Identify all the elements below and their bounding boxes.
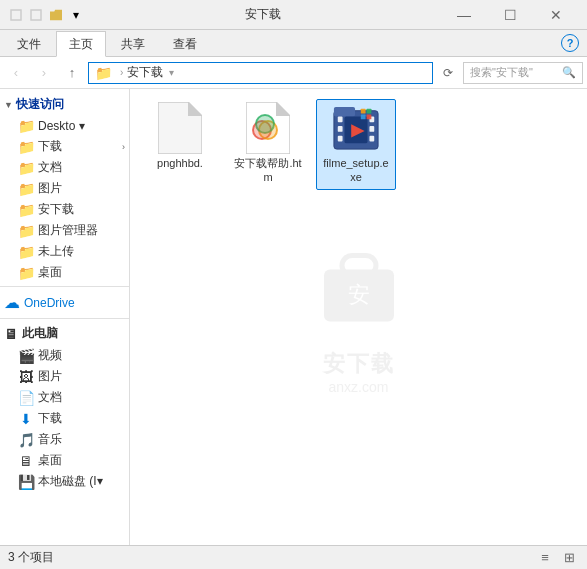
file-label-exe: filme_setup.exe [321,156,391,185]
refresh-button[interactable]: ⟳ [437,62,459,84]
titlebar: ▾ 安下载 — ☐ ✕ [0,0,587,30]
tab-home[interactable]: 主页 [56,31,106,57]
downloads-folder-icon: 📁 [18,139,34,155]
thispc-label: 此电脑 [22,325,58,342]
ribbon: 文件 主页 共享 查看 ? [0,30,587,57]
quick-access-label: 快速访问 [16,96,64,113]
sidebar: ▼ 快速访问 📁 Deskto ▾ 📁 下载 › 📁 文档 📁 图片 📁 安下载… [0,89,130,545]
svg-rect-16 [334,107,355,117]
documents-folder-icon: 📁 [18,160,34,176]
files-grid: pnghhbd. 安下载帮 [140,99,577,190]
sidebar-item-anzaiload-label: 安下载 [38,201,74,218]
anzaiload-folder-icon: 📁 [18,202,34,218]
sidebar-item-desktop[interactable]: 📁 Deskto ▾ [0,116,129,136]
watermark-text: 安下载 [323,349,395,379]
music-icon: 🎵 [18,432,34,448]
address-separator: › [120,67,123,78]
svg-rect-18 [338,126,343,132]
svg-rect-28 [367,115,372,120]
photosmgr-folder-icon: 📁 [18,223,34,239]
search-box[interactable]: 搜索"安下载" 🔍 [463,62,583,84]
sidebar-item-documents[interactable]: 📁 文档 [0,157,129,178]
sidebar-item-music[interactable]: 🎵 音乐 [0,429,129,450]
sidebar-item-documents-label: 文档 [38,159,62,176]
svg-rect-0 [11,10,21,20]
tab-view[interactable]: 查看 [160,31,210,56]
sidebar-item-desktop2-label: 桌面 [38,264,62,281]
onedrive-label: OneDrive [24,296,75,310]
sidebar-item-documents2[interactable]: 📄 文档 [0,387,129,408]
file-icon-pnghhbd [156,104,204,152]
statusbar: 3 个项目 ≡ ⊞ [0,545,587,569]
titlebar-icon-2 [28,7,44,23]
tab-file[interactable]: 文件 [4,31,54,56]
file-item-pnghhbd[interactable]: pnghhbd. [140,99,220,175]
file-icon-htm [244,104,292,152]
sidebar-item-video-label: 视频 [38,347,62,364]
status-count: 3 个项目 [8,549,54,566]
titlebar-folder-icon [48,7,64,23]
onedrive-icon: ☁ [4,293,20,312]
sidebar-item-photosmgr[interactable]: 📁 图片管理器 [0,220,129,241]
sidebar-item-anzaiload[interactable]: 📁 安下载 [0,199,129,220]
sidebar-item-pictures[interactable]: 📁 图片 [0,178,129,199]
file-item-htm[interactable]: 安下载帮助.htm [228,99,308,190]
sidebar-item-desktop3-label: 桌面 [38,452,62,469]
pictures2-icon: 🖼 [18,369,34,385]
sidebar-item-unuploaded-label: 未上传 [38,243,74,260]
localdisk-icon: 💾 [18,474,34,490]
sidebar-item-music-label: 音乐 [38,431,62,448]
titlebar-title: 安下载 [84,6,441,23]
grid-view-button[interactable]: ⊞ [559,548,579,568]
svg-rect-27 [361,115,366,120]
addressbar: ‹ › ↑ 📁 › 安下载 ▾ ⟳ 搜索"安下载" 🔍 [0,57,587,89]
file-label-htm: 安下载帮助.htm [233,156,303,185]
svg-rect-26 [367,109,372,114]
sidebar-item-desktop3[interactable]: 🖥 桌面 [0,450,129,471]
video-icon: 🎬 [18,348,34,364]
sidebar-item-desktop2[interactable]: 📁 桌面 [0,262,129,283]
titlebar-icon-1 [8,7,24,23]
svg-rect-17 [338,116,343,122]
ribbon-tab-list: 文件 主页 共享 查看 [0,30,561,56]
sidebar-item-pictures2[interactable]: 🖼 图片 [0,366,129,387]
sidebar-item-unuploaded[interactable]: 📁 未上传 [0,241,129,262]
sidebar-item-pictures-label: 图片 [38,180,62,197]
sidebar-item-downloads2[interactable]: ⬇ 下载 [0,408,129,429]
minimize-button[interactable]: — [441,0,487,30]
file-item-exe[interactable]: filme_setup.exe [316,99,396,190]
tab-share[interactable]: 共享 [108,31,158,56]
svg-text:安: 安 [348,282,370,307]
sidebar-item-localdisk[interactable]: 💾 本地磁盘 (I▾ [0,471,129,492]
file-label-pnghhbd: pnghhbd. [157,156,203,170]
help-button[interactable]: ? [561,34,579,52]
sidebar-item-video[interactable]: 🎬 视频 [0,345,129,366]
sidebar-divider-1 [0,286,129,287]
sidebar-divider-2 [0,318,129,319]
forward-button[interactable]: › [32,61,56,85]
sidebar-item-downloads2-label: 下载 [38,410,62,427]
up-button[interactable]: ↑ [60,61,84,85]
close-button[interactable]: ✕ [533,0,579,30]
sidebar-item-downloads[interactable]: 📁 下载 › [0,136,129,157]
sidebar-item-pictures2-label: 图片 [38,368,62,385]
sidebar-thispc-header[interactable]: 🖥 此电脑 [0,322,129,345]
sidebar-onedrive[interactable]: ☁ OneDrive [0,290,129,315]
documents2-icon: 📄 [18,390,34,406]
thispc-icon: 🖥 [4,326,18,342]
svg-rect-3 [342,256,376,276]
address-box[interactable]: 📁 › 安下载 ▾ [88,62,433,84]
svg-rect-22 [369,136,374,142]
svg-rect-21 [369,126,374,132]
maximize-button[interactable]: ☐ [487,0,533,30]
back-button[interactable]: ‹ [4,61,28,85]
watermark-bag-icon: 安 [314,240,404,349]
svg-rect-1 [31,10,41,20]
titlebar-dropdown-icon[interactable]: ▾ [68,7,84,23]
sidebar-item-photosmgr-label: 图片管理器 [38,222,98,239]
pictures-folder-icon: 📁 [18,181,34,197]
list-view-button[interactable]: ≡ [535,548,555,568]
sidebar-quick-access-header[interactable]: ▼ 快速访问 [0,93,129,116]
search-icon: 🔍 [562,66,576,79]
sidebar-item-downloads-label: 下载 [38,138,62,155]
